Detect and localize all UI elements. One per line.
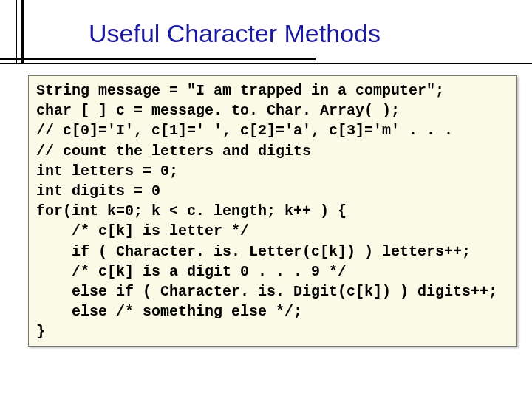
code-line: char [ ] c = message. to. Char. Array( )…	[36, 102, 400, 119]
code-line: /* c[k] is letter */	[36, 222, 249, 239]
code-line: /* c[k] is a digit 0 . . . 9 */	[36, 263, 347, 280]
code-line: if ( Character. is. Letter(c[k]) ) lette…	[36, 243, 471, 260]
title-rule-thick	[0, 58, 316, 60]
code-line: else if ( Character. is. Digit(c[k]) ) d…	[36, 283, 497, 300]
code-block: String message = "I am trapped in a comp…	[28, 75, 517, 347]
slide: Useful Character Methods String message …	[0, 0, 532, 399]
code-line: int letters = 0;	[36, 163, 178, 180]
code-line: else /* something else */;	[36, 303, 302, 320]
code-line: for(int k=0; k < c. length; k++ ) {	[36, 202, 347, 219]
title-rule-thin	[0, 63, 532, 64]
code-line: // c[0]='I', c[1]=' ', c[2]='a', c[3]='m…	[36, 122, 453, 139]
vertical-rule-thin	[16, 0, 17, 64]
vertical-rule-thick	[21, 0, 24, 64]
code-line: String message = "I am trapped in a comp…	[36, 82, 444, 99]
code-line: // count the letters and digits	[36, 143, 311, 160]
slide-title: Useful Character Methods	[89, 19, 381, 48]
code-line: int digits = 0	[36, 183, 160, 200]
code-line: }	[36, 323, 45, 340]
